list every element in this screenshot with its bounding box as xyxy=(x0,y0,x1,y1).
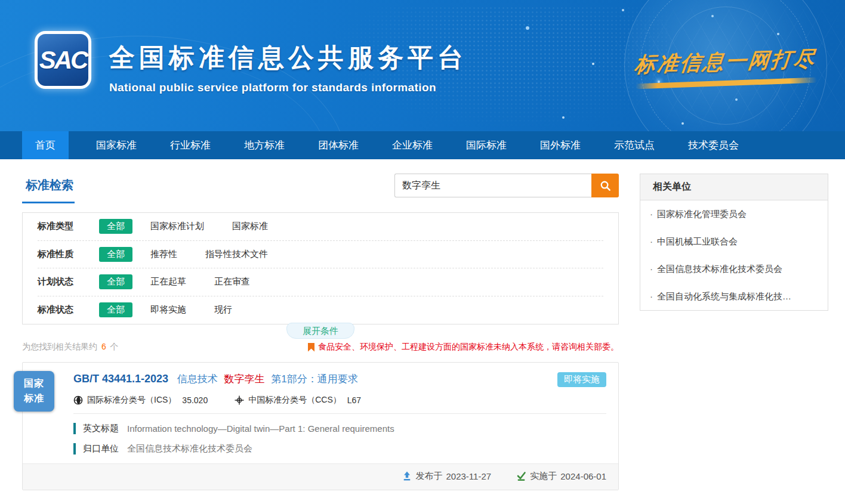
filter-option[interactable]: 国家标准计划 xyxy=(150,221,204,232)
filter-all-button[interactable]: 全部 xyxy=(99,219,132,234)
badge-line: 国家 xyxy=(24,376,44,391)
classification-row: 国际标准分类号（ICS） 35.020 中国标准分类号（CCS） L xyxy=(73,395,606,406)
expand-conditions-button[interactable]: 展开条件 xyxy=(286,323,354,339)
nav-item-local-standards[interactable]: 地方标准 xyxy=(240,131,288,159)
nav-item-foreign-standards[interactable]: 国外标准 xyxy=(536,131,584,159)
sidebar: 相关单位 ·国家标准化管理委员会 ·中国机械工业联合会 ·全国信息技术标准化技术… xyxy=(640,174,828,490)
filter-label: 标准类型 xyxy=(38,221,99,232)
main-nav: 首页 国家标准 行业标准 地方标准 团体标准 企业标准 国际标准 国外标准 示范… xyxy=(0,131,845,159)
filter-option[interactable]: 现行 xyxy=(214,304,232,316)
ics-value: 35.020 xyxy=(182,395,208,405)
results-count-number: 6 xyxy=(101,342,106,351)
nav-item-international-standards[interactable]: 国际标准 xyxy=(462,131,510,159)
published-date: 2023-11-27 xyxy=(446,471,491,481)
status-badge: 即将实施 xyxy=(557,372,606,387)
page: SAC 全国标准信息公共服务平台 National public service… xyxy=(0,0,845,490)
ccs-value: L67 xyxy=(347,395,361,405)
filter-row-standard-nature: 标准性质 全部 推荐性 指导性技术文件 xyxy=(38,241,603,269)
filter-row-standard-type: 标准类型 全部 国家标准计划 国家标准 xyxy=(38,213,603,241)
results-count-prefix: 为您找到相关结果约 xyxy=(22,342,97,351)
badge-line: 标准 xyxy=(24,391,44,406)
nav-item-group-standards[interactable]: 团体标准 xyxy=(314,131,362,159)
bullet: · xyxy=(650,236,653,246)
standard-title-link[interactable]: GB/T 43441.1-2023 信息技术 数字孪生 第1部分：通用要求 xyxy=(73,372,358,386)
platform-subtitle: National public service platform for sta… xyxy=(109,81,467,94)
filter-panel: 标准类型 全部 国家标准计划 国家标准 标准性质 全部 推荐性 指导性技术文件 … xyxy=(22,212,619,324)
search-button[interactable] xyxy=(591,174,619,197)
sidebar-item-machinery-federation[interactable]: ·中国机械工业联合会 xyxy=(640,228,828,255)
card-footer: 发布于 2023-11-27 实施于 2024-06-01 xyxy=(23,463,618,490)
content-area: 标准检索 标准类型 全部 国家标准计划 国家标准 xyxy=(0,159,845,490)
bullet: · xyxy=(650,291,653,301)
filter-row-standard-status: 标准状态 全部 即将实施 现行 xyxy=(38,296,603,324)
results-row: 为您找到相关结果约 6 个 食品安全、环境保护、工程建设方面的国家标准未纳入本系… xyxy=(22,342,619,353)
filter-label: 标准性质 xyxy=(38,249,99,260)
published-date-item: 发布于 2023-11-27 xyxy=(402,471,491,482)
nav-item-pilot[interactable]: 示范试点 xyxy=(610,131,658,159)
ics-label: 国际标准分类号（ICS） xyxy=(87,395,176,406)
standard-result-card[interactable]: 国家 标准 GB/T 43441.1-2023 信息技术 数字孪生 第1部分：通… xyxy=(22,362,619,490)
bookmark-icon xyxy=(308,343,314,352)
publish-upload-icon xyxy=(402,471,412,481)
sidebar-item-label: 中国机械工业联合会 xyxy=(657,236,738,246)
standard-code: GB/T 43441.1-2023 xyxy=(73,373,168,385)
nav-item-technical-committee[interactable]: 技术委员会 xyxy=(684,131,742,159)
card-divider xyxy=(73,413,606,414)
filter-option[interactable]: 指导性技术文件 xyxy=(205,249,268,260)
compass-icon xyxy=(235,395,244,405)
results-count-suffix: 个 xyxy=(110,342,119,351)
field-value: Information technology—Digital twin—Part… xyxy=(127,423,394,434)
globe-icon xyxy=(73,395,83,405)
nav-item-enterprise-standards[interactable]: 企业标准 xyxy=(388,131,436,159)
teal-bar xyxy=(73,443,76,454)
sidebar-item-sac[interactable]: ·国家标准化管理委员会 xyxy=(640,200,828,228)
slogan-text: 标准信息一网打尽 xyxy=(633,45,818,79)
ics-classification: 国际标准分类号（ICS） 35.020 xyxy=(73,395,208,406)
card-head: GB/T 43441.1-2023 信息技术 数字孪生 第1部分：通用要求 即将… xyxy=(73,372,606,387)
results-count: 为您找到相关结果约 6 个 xyxy=(22,342,119,353)
implemented-label: 实施于 xyxy=(530,471,557,482)
field-label: 英文标题 xyxy=(83,423,119,434)
page-title: 标准检索 xyxy=(22,174,75,203)
slogan-block: 标准信息一网打尽 xyxy=(634,45,817,89)
sidebar-item-label: 全国自动化系统与集成标准化技… xyxy=(657,291,791,301)
notice-text: 食品安全、环境保护、工程建设方面的国家标准未纳入本系统，请咨询相关部委。 xyxy=(318,342,619,353)
bullet: · xyxy=(650,264,653,274)
standard-title-highlight: 数字孪生 xyxy=(224,373,265,385)
standard-title-part: 信息技术 xyxy=(177,373,218,385)
implemented-date-item: 实施于 2024-06-01 xyxy=(516,471,606,482)
field-label: 归口单位 xyxy=(83,443,119,454)
search-icon xyxy=(600,180,611,191)
implement-check-icon xyxy=(516,471,526,481)
filter-label: 标准状态 xyxy=(38,304,99,316)
filter-option[interactable]: 正在起草 xyxy=(150,276,186,287)
search-input[interactable] xyxy=(394,174,591,197)
sidebar-item-label: 国家标准化管理委员会 xyxy=(657,209,747,219)
filter-label: 计划状态 xyxy=(38,276,99,287)
filter-option[interactable]: 即将实施 xyxy=(150,304,186,316)
related-units-box: 相关单位 ·国家标准化管理委员会 ·中国机械工业联合会 ·全国信息技术标准化技术… xyxy=(640,174,828,311)
filter-option[interactable]: 国家标准 xyxy=(232,221,268,232)
filter-option[interactable]: 推荐性 xyxy=(150,249,177,260)
filter-option[interactable]: 正在审查 xyxy=(214,276,250,287)
ccs-label: 中国标准分类号（CCS） xyxy=(248,395,341,406)
bullet: · xyxy=(650,209,653,219)
standard-title-part: 第1部分：通用要求 xyxy=(271,373,357,385)
sac-logo-text: SAC xyxy=(38,34,88,86)
sidebar-item-automation-systems-committee[interactable]: ·全国自动化系统与集成标准化技… xyxy=(640,283,828,310)
filter-all-button[interactable]: 全部 xyxy=(99,247,132,262)
platform-title: 全国标准信息公共服务平台 xyxy=(109,41,467,75)
filter-all-button[interactable]: 全部 xyxy=(99,302,132,317)
nav-item-industry-standards[interactable]: 行业标准 xyxy=(166,131,214,159)
nav-item-home[interactable]: 首页 xyxy=(22,131,69,159)
published-label: 发布于 xyxy=(415,471,442,482)
related-units-title: 相关单位 xyxy=(640,174,828,200)
implemented-date: 2024-06-01 xyxy=(560,471,606,481)
filter-all-button[interactable]: 全部 xyxy=(99,274,132,289)
nav-item-national-standards[interactable]: 国家标准 xyxy=(92,131,140,159)
national-standard-badge: 国家 标准 xyxy=(14,371,54,412)
sidebar-item-it-standardization-committee[interactable]: ·全国信息技术标准化技术委员会 xyxy=(640,255,828,283)
sidebar-item-label: 全国信息技术标准化技术委员会 xyxy=(657,264,782,274)
sac-logo[interactable]: SAC xyxy=(35,31,91,89)
teal-bar xyxy=(73,423,76,434)
